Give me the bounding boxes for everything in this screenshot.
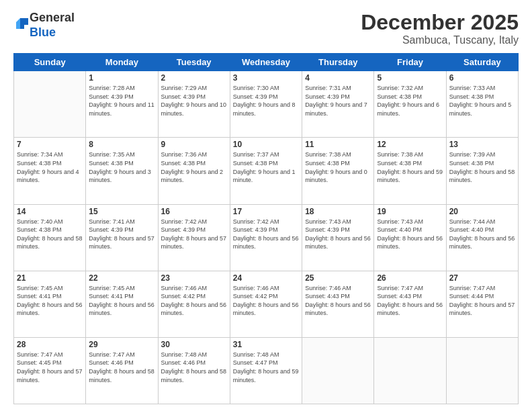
day-number: 17	[233, 207, 299, 216]
day-number: 21	[17, 273, 83, 283]
calendar-week-row: 7Sunrise: 7:34 AMSunset: 4:38 PMDaylight…	[14, 138, 519, 204]
day-number: 7	[17, 140, 83, 149]
day-number: 8	[89, 140, 154, 149]
day-number: 1	[89, 73, 154, 83]
cell-text: Sunrise: 7:30 AMSunset: 4:39 PMDaylight:…	[233, 85, 296, 117]
svg-marker-1	[16, 18, 20, 29]
day-number: 4	[305, 73, 371, 83]
day-number: 19	[377, 207, 443, 216]
day-number: 3	[233, 73, 299, 83]
cell-text: Sunrise: 7:38 AMSunset: 4:38 PMDaylight:…	[305, 151, 367, 183]
weekday-header: Tuesday	[158, 54, 230, 71]
weekday-header: Sunday	[14, 54, 86, 71]
calendar-cell: 14Sunrise: 7:40 AMSunset: 4:38 PMDayligh…	[14, 204, 86, 271]
calendar-cell: 7Sunrise: 7:34 AMSunset: 4:38 PMDaylight…	[14, 138, 86, 204]
day-number: 16	[161, 207, 227, 216]
calendar-cell: 3Sunrise: 7:30 AMSunset: 4:39 PMDaylight…	[230, 71, 302, 138]
day-number: 12	[377, 140, 443, 149]
cell-text: Sunrise: 7:46 AMSunset: 4:42 PMDaylight:…	[233, 285, 299, 317]
calendar-cell	[446, 337, 518, 404]
cell-text: Sunrise: 7:40 AMSunset: 4:38 PMDaylight:…	[17, 218, 83, 250]
cell-text: Sunrise: 7:42 AMSunset: 4:39 PMDaylight:…	[233, 218, 299, 250]
calendar-week-row: 28Sunrise: 7:47 AMSunset: 4:45 PMDayligh…	[14, 337, 519, 404]
weekday-header: Friday	[374, 54, 446, 71]
calendar-cell: 23Sunrise: 7:46 AMSunset: 4:42 PMDayligh…	[158, 271, 230, 337]
cell-text: Sunrise: 7:39 AMSunset: 4:38 PMDaylight:…	[449, 151, 515, 183]
day-number: 15	[89, 207, 154, 216]
day-number: 5	[377, 73, 443, 83]
day-number: 26	[377, 273, 443, 283]
day-number: 2	[161, 73, 227, 83]
cell-text: Sunrise: 7:45 AMSunset: 4:41 PMDaylight:…	[89, 285, 154, 317]
month-title: December 2025	[361, 11, 519, 34]
cell-text: Sunrise: 7:31 AMSunset: 4:39 PMDaylight:…	[305, 85, 367, 117]
calendar-cell: 1Sunrise: 7:28 AMSunset: 4:39 PMDaylight…	[86, 71, 158, 138]
day-number: 6	[449, 73, 515, 83]
location-title: Sambuca, Tuscany, Italy	[361, 34, 519, 46]
weekday-header: Wednesday	[230, 54, 302, 71]
day-number: 20	[449, 207, 515, 216]
cell-text: Sunrise: 7:29 AMSunset: 4:39 PMDaylight:…	[161, 85, 227, 117]
cell-text: Sunrise: 7:47 AMSunset: 4:43 PMDaylight:…	[377, 285, 443, 317]
cell-text: Sunrise: 7:33 AMSunset: 4:38 PMDaylight:…	[449, 85, 512, 117]
calendar-cell: 13Sunrise: 7:39 AMSunset: 4:38 PMDayligh…	[446, 138, 518, 204]
calendar-cell	[374, 337, 446, 404]
calendar-cell: 18Sunrise: 7:43 AMSunset: 4:39 PMDayligh…	[302, 204, 374, 271]
day-number: 9	[161, 140, 227, 149]
calendar-cell: 12Sunrise: 7:38 AMSunset: 4:38 PMDayligh…	[374, 138, 446, 204]
calendar-cell: 11Sunrise: 7:38 AMSunset: 4:38 PMDayligh…	[302, 138, 374, 204]
weekday-header: Monday	[86, 54, 158, 71]
calendar-cell: 22Sunrise: 7:45 AMSunset: 4:41 PMDayligh…	[86, 271, 158, 337]
calendar-cell: 8Sunrise: 7:35 AMSunset: 4:38 PMDaylight…	[86, 138, 158, 204]
cell-text: Sunrise: 7:47 AMSunset: 4:45 PMDaylight:…	[17, 351, 83, 383]
weekday-header: Thursday	[302, 54, 374, 71]
day-number: 29	[89, 340, 154, 349]
cell-text: Sunrise: 7:45 AMSunset: 4:41 PMDaylight:…	[17, 285, 83, 317]
cell-text: Sunrise: 7:46 AMSunset: 4:42 PMDaylight:…	[161, 285, 227, 317]
day-number: 13	[449, 140, 515, 149]
page: General Blue December 2025 Sambuca, Tusc…	[0, 0, 532, 411]
day-number: 23	[161, 273, 227, 283]
calendar-table: SundayMondayTuesdayWednesdayThursdayFrid…	[13, 53, 519, 404]
calendar-cell: 17Sunrise: 7:42 AMSunset: 4:39 PMDayligh…	[230, 204, 302, 271]
calendar-cell: 29Sunrise: 7:47 AMSunset: 4:46 PMDayligh…	[86, 337, 158, 404]
calendar-cell	[302, 337, 374, 404]
calendar-cell: 27Sunrise: 7:47 AMSunset: 4:44 PMDayligh…	[446, 271, 518, 337]
calendar-cell: 31Sunrise: 7:48 AMSunset: 4:47 PMDayligh…	[230, 337, 302, 404]
header: General Blue December 2025 Sambuca, Tusc…	[13, 11, 519, 46]
calendar-cell: 9Sunrise: 7:36 AMSunset: 4:38 PMDaylight…	[158, 138, 230, 204]
logo-general: General	[30, 11, 75, 24]
calendar-cell: 6Sunrise: 7:33 AMSunset: 4:38 PMDaylight…	[446, 71, 518, 138]
title-block: December 2025 Sambuca, Tuscany, Italy	[361, 11, 519, 46]
logo: General Blue	[13, 11, 75, 40]
day-number: 27	[449, 273, 515, 283]
weekday-header: Saturday	[446, 54, 518, 71]
calendar-week-row: 14Sunrise: 7:40 AMSunset: 4:38 PMDayligh…	[14, 204, 519, 271]
calendar-cell: 26Sunrise: 7:47 AMSunset: 4:43 PMDayligh…	[374, 271, 446, 337]
calendar-cell: 16Sunrise: 7:42 AMSunset: 4:39 PMDayligh…	[158, 204, 230, 271]
calendar-cell: 21Sunrise: 7:45 AMSunset: 4:41 PMDayligh…	[14, 271, 86, 337]
cell-text: Sunrise: 7:41 AMSunset: 4:39 PMDaylight:…	[89, 218, 154, 250]
cell-text: Sunrise: 7:32 AMSunset: 4:38 PMDaylight:…	[377, 85, 439, 117]
calendar-cell: 10Sunrise: 7:37 AMSunset: 4:38 PMDayligh…	[230, 138, 302, 204]
calendar-cell: 5Sunrise: 7:32 AMSunset: 4:38 PMDaylight…	[374, 71, 446, 138]
cell-text: Sunrise: 7:37 AMSunset: 4:38 PMDaylight:…	[233, 151, 296, 183]
calendar-cell: 15Sunrise: 7:41 AMSunset: 4:39 PMDayligh…	[86, 204, 158, 271]
day-number: 25	[305, 273, 371, 283]
calendar-cell: 25Sunrise: 7:46 AMSunset: 4:43 PMDayligh…	[302, 271, 374, 337]
cell-text: Sunrise: 7:35 AMSunset: 4:38 PMDaylight:…	[89, 151, 151, 183]
cell-text: Sunrise: 7:34 AMSunset: 4:38 PMDaylight:…	[17, 151, 79, 183]
calendar-cell: 28Sunrise: 7:47 AMSunset: 4:45 PMDayligh…	[14, 337, 86, 404]
calendar-cell: 4Sunrise: 7:31 AMSunset: 4:39 PMDaylight…	[302, 71, 374, 138]
calendar-cell: 30Sunrise: 7:48 AMSunset: 4:46 PMDayligh…	[158, 337, 230, 404]
day-number: 28	[17, 340, 83, 349]
cell-text: Sunrise: 7:36 AMSunset: 4:38 PMDaylight:…	[161, 151, 224, 183]
cell-text: Sunrise: 7:38 AMSunset: 4:38 PMDaylight:…	[377, 151, 443, 183]
calendar-cell: 20Sunrise: 7:44 AMSunset: 4:40 PMDayligh…	[446, 204, 518, 271]
cell-text: Sunrise: 7:46 AMSunset: 4:43 PMDaylight:…	[305, 285, 371, 317]
cell-text: Sunrise: 7:43 AMSunset: 4:40 PMDaylight:…	[377, 218, 443, 250]
day-number: 18	[305, 207, 371, 216]
day-number: 22	[89, 273, 154, 283]
day-number: 10	[233, 140, 299, 149]
day-number: 30	[161, 340, 227, 349]
